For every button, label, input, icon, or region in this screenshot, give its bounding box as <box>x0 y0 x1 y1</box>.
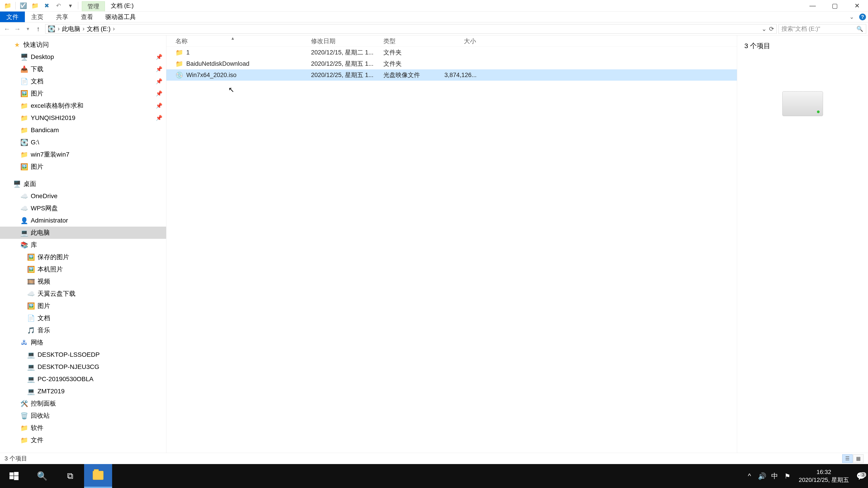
recycle-icon: 🗑️ <box>20 412 28 420</box>
tree-quick-item[interactable]: 🖼️图片📌 <box>0 88 166 100</box>
picture-icon: 🖼️ <box>20 163 28 170</box>
tree-label: DESKTOP-NJEU3CG <box>37 363 99 370</box>
tray-security-icon[interactable]: ⚑ <box>781 472 794 480</box>
chevron-right-icon[interactable]: › <box>111 25 117 32</box>
status-bar: 3 个项目 ☰ ▦ <box>0 453 868 464</box>
tree-quick-item[interactable]: 📄文档📌 <box>0 75 166 88</box>
folder-icon <box>93 471 103 480</box>
file-row[interactable]: 📁1 2020/12/15, 星期二 1... 文件夹 <box>166 47 737 58</box>
qat-properties-icon[interactable]: ☑️ <box>18 2 29 10</box>
file-name: 1 <box>186 49 190 56</box>
context-tab-manage[interactable]: 管理 <box>82 1 105 11</box>
ribbon-tab-share[interactable]: 共享 <box>50 11 74 22</box>
nav-back-button[interactable]: ← <box>2 24 12 34</box>
nav-history-dropdown[interactable]: ▾ <box>23 24 33 34</box>
tree-quick-item[interactable]: 📥下载📌 <box>0 63 166 75</box>
tree-network-pc[interactable]: 💻DESKTOP-NJEU3CG <box>0 361 166 373</box>
ribbon-tab-home[interactable]: 主页 <box>25 11 50 22</box>
tree-desktop-item[interactable]: ☁️OneDrive <box>0 190 166 202</box>
search-icon[interactable]: 🔍 <box>857 26 863 32</box>
tree-software[interactable]: 📁软件 <box>0 422 166 434</box>
tree-control-panel[interactable]: 🛠️控制面板 <box>0 397 166 410</box>
refresh-icon[interactable]: ⟳ <box>769 25 774 33</box>
window-title: 文档 (E:) <box>105 2 140 10</box>
tree-desktop-item[interactable]: ☁️WPS网盘 <box>0 202 166 215</box>
taskbar: 🔍 ⧉ ^ 🔊 中 ⚑ 16:32 2020/12/25, 星期五 💬 3 <box>0 464 868 488</box>
tree-lib-item[interactable]: 🎞️视频 <box>0 275 166 288</box>
tree-lib-item[interactable]: 📄文档 <box>0 312 166 324</box>
maximize-button[interactable]: ▢ <box>824 0 846 11</box>
tree-quick-access[interactable]: ★ 快速访问 <box>0 39 166 51</box>
tree-libraries[interactable]: 📚库 <box>0 239 166 251</box>
breadcrumb-this-pc[interactable]: 此电脑 <box>62 25 80 33</box>
tree-lib-item[interactable]: 🖼️本机照片 <box>0 263 166 275</box>
qat-undo-icon[interactable]: ↶ <box>53 2 64 10</box>
column-size[interactable]: 大小 <box>444 37 480 45</box>
start-button[interactable] <box>0 464 28 488</box>
tree-quick-item[interactable]: 💽G:\ <box>0 136 166 149</box>
nav-up-button[interactable]: ↑ <box>33 24 43 34</box>
taskbar-search-button[interactable]: 🔍 <box>28 464 56 488</box>
ribbon-tab-drive-tools[interactable]: 驱动器工具 <box>99 11 142 22</box>
ribbon-tab-file[interactable]: 文件 <box>0 11 25 22</box>
tree-network-pc[interactable]: 💻ZMT2019 <box>0 385 166 397</box>
qat-new-folder-icon[interactable]: 📁 <box>30 2 40 10</box>
tree-lib-item[interactable]: 🖼️保存的图片 <box>0 251 166 263</box>
tree-quick-item[interactable]: 📁YUNQISHI2019📌 <box>0 112 166 124</box>
help-button[interactable]: ? <box>857 11 868 22</box>
tray-clock[interactable]: 16:32 2020/12/25, 星期五 <box>794 468 854 484</box>
tree-desktop[interactable]: 🖥️桌面 <box>0 178 166 190</box>
address-bar[interactable]: 💽 › 此电脑 › 文档 (E:) › ⌄ ⟳ <box>45 24 777 34</box>
chevron-right-icon[interactable]: › <box>80 25 87 32</box>
tray-ime-indicator[interactable]: 中 <box>768 471 781 481</box>
tree-lib-item[interactable]: ☁️天翼云盘下载 <box>0 288 166 300</box>
breadcrumb-current[interactable]: 文档 (E:) <box>87 25 111 33</box>
column-date[interactable]: 修改日期 <box>311 37 383 45</box>
qat-delete-icon[interactable]: ✖ <box>41 2 52 10</box>
tree-lib-item[interactable]: 🎵音乐 <box>0 324 166 336</box>
search-input[interactable]: 搜索"文档 (E:)" 🔍 <box>778 24 866 34</box>
action-center-button[interactable]: 💬 3 <box>854 471 868 481</box>
tree-files[interactable]: 📁文件 <box>0 434 166 446</box>
tree-network-pc[interactable]: 💻PC-20190530OBLA <box>0 373 166 385</box>
tree-quick-item[interactable]: 🖼️图片 <box>0 161 166 173</box>
navigation-tree[interactable]: ★ 快速访问 🖥️Desktop📌 📥下载📌 📄文档📌 🖼️图片📌 📁excel… <box>0 35 166 453</box>
qat-app-icon[interactable]: 📁 <box>2 2 13 10</box>
tree-quick-item[interactable]: 📁Bandicam <box>0 124 166 136</box>
tree-label: 本机照片 <box>37 265 63 273</box>
tree-network-pc[interactable]: 💻DESKTOP-LSSOEDP <box>0 349 166 361</box>
tree-network[interactable]: 🖧网络 <box>0 336 166 349</box>
ribbon-tab-view[interactable]: 查看 <box>74 11 99 22</box>
column-name[interactable]: 名称 <box>176 37 311 45</box>
qat-customize-icon[interactable]: ▾ <box>65 2 76 10</box>
tree-this-pc[interactable]: 💻此电脑 <box>0 227 166 239</box>
folder-icon: 📁 <box>20 151 28 158</box>
minimize-button[interactable]: — <box>802 0 824 11</box>
tray-overflow-icon[interactable]: ^ <box>743 472 756 480</box>
ribbon-collapse-icon[interactable]: ⌄ <box>846 11 857 22</box>
taskview-button[interactable]: ⧉ <box>56 464 84 488</box>
document-icon: 📄 <box>27 314 35 322</box>
close-button[interactable]: ✕ <box>846 0 868 11</box>
column-type[interactable]: 类型 <box>383 37 444 45</box>
address-dropdown-icon[interactable]: ⌄ <box>762 25 767 33</box>
tray-volume-icon[interactable]: 🔊 <box>756 472 768 480</box>
chevron-right-icon[interactable]: › <box>55 25 62 32</box>
tree-label: 快速访问 <box>24 40 49 49</box>
folder-icon: 📁 <box>20 102 28 109</box>
view-large-icons-button[interactable]: ▦ <box>853 454 864 463</box>
tree-quick-item[interactable]: 🖥️Desktop📌 <box>0 51 166 63</box>
view-details-button[interactable]: ☰ <box>842 454 852 463</box>
file-row[interactable]: 💿Win7x64_2020.iso 2020/12/25, 星期五 1... 光… <box>166 69 737 80</box>
tree-quick-item[interactable]: 📁win7重装win7 <box>0 149 166 161</box>
taskbar-explorer-button[interactable] <box>84 464 112 488</box>
file-size: 3,874,126... <box>444 72 480 78</box>
tree-recycle-bin[interactable]: 🗑️回收站 <box>0 410 166 422</box>
file-list-header[interactable]: 名称 修改日期 类型 大小 ▴ <box>166 35 737 47</box>
nav-forward-button[interactable]: → <box>12 24 23 34</box>
notifications-badge: 3 <box>860 472 866 477</box>
tree-desktop-item[interactable]: 👤Administrator <box>0 215 166 227</box>
tree-lib-item[interactable]: 🖼️图片 <box>0 300 166 312</box>
file-row[interactable]: 📁BaiduNetdiskDownload 2020/12/25, 星期五 1.… <box>166 58 737 69</box>
tree-quick-item[interactable]: 📁excel表格制作求和📌 <box>0 100 166 112</box>
